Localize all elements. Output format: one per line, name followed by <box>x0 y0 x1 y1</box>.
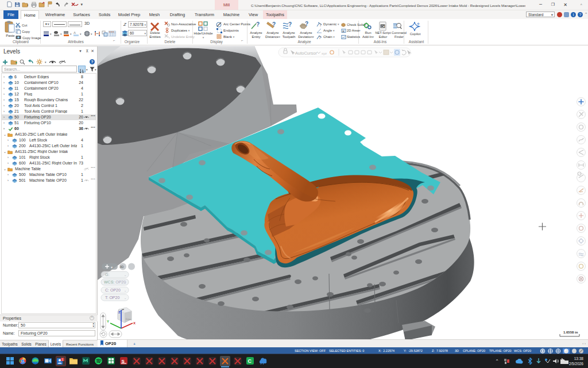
svg-text:WCS: OP20: WCS: OP20 <box>104 280 126 284</box>
svg-text:?: ? <box>319 23 322 27</box>
svg-text:⌄: ⌄ <box>124 281 126 284</box>
svg-text:1: 1 <box>62 358 64 361</box>
svg-text:X: X <box>133 321 136 325</box>
svg-text:AutoCursor: AutoCursor <box>295 51 317 56</box>
svg-text:?: ? <box>319 36 321 40</box>
svg-text:C: C <box>248 358 252 364</box>
svg-text:Y: Y <box>107 320 109 323</box>
svg-text:?: ? <box>272 21 276 28</box>
svg-text:Z: Z <box>118 310 121 314</box>
svg-text:G:: G: <box>105 273 109 277</box>
svg-text:T: OP20: T: OP20 <box>105 296 119 300</box>
svg-text:C: OP20: C: OP20 <box>105 288 121 292</box>
svg-text:a: a <box>342 29 344 33</box>
svg-text:1.6558 in: 1.6558 in <box>563 331 578 334</box>
svg-text:⌄: ⌄ <box>124 296 126 300</box>
svg-text:3D: 3D <box>120 265 124 269</box>
svg-text:C#: C# <box>381 25 384 28</box>
svg-text:⌄: ⌄ <box>124 273 126 277</box>
svg-text:▾: ▾ <box>111 266 113 269</box>
svg-text:?: ? <box>256 21 260 28</box>
svg-text:?: ? <box>288 21 292 28</box>
svg-text:?: ? <box>305 21 308 27</box>
svg-text:⌄: ⌄ <box>124 289 126 292</box>
svg-text:xyz: xyz <box>322 52 327 55</box>
